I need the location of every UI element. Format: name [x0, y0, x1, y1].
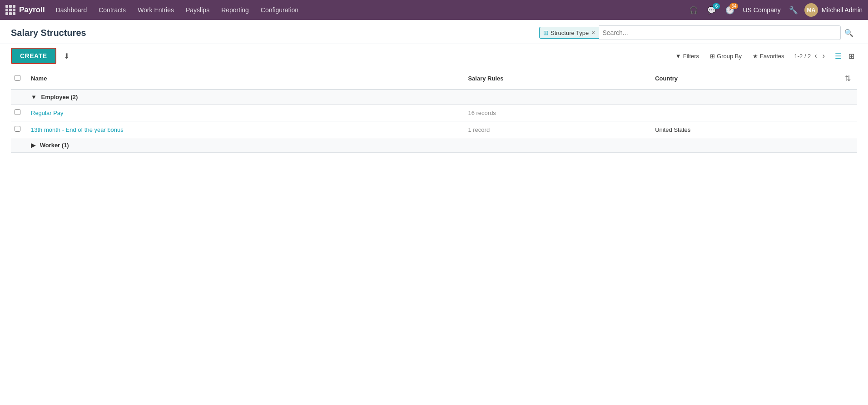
menu-reporting[interactable]: Reporting: [216, 4, 254, 16]
table-row: Regular Pay 16 records: [11, 105, 857, 121]
group-name-employee: Employee (2): [41, 94, 78, 100]
select-all-checkbox[interactable]: [15, 75, 20, 81]
row-checkbox-regular-pay[interactable]: [15, 109, 20, 115]
search-submit-button[interactable]: 🔍: [841, 27, 857, 39]
list-view-button[interactable]: ☰: [832, 50, 844, 62]
row-checkbox-13th-month[interactable]: [15, 126, 20, 132]
toolbar-right: ▼ Filters ⊞ Group By ★ Favorites 1-2 / 2…: [671, 50, 857, 62]
table-row: 13th month - End of the year bonus 1 rec…: [11, 121, 857, 138]
group-name-worker: Worker (1): [40, 142, 69, 149]
pagination-label: 1-2 / 2: [794, 53, 811, 60]
search-input[interactable]: [599, 25, 841, 40]
row-name-13th-month[interactable]: 13th month - End of the year bonus: [31, 126, 124, 133]
column-settings-button[interactable]: ⇅: [842, 72, 853, 85]
favorites-button[interactable]: ★ Favorites: [748, 50, 789, 62]
download-button[interactable]: ⬇: [60, 49, 73, 63]
star-icon: ★: [753, 53, 758, 60]
menu-contracts[interactable]: Contracts: [93, 4, 131, 16]
row-salary-rules-13th-month: 1 record: [468, 126, 490, 133]
filter-icon: ▼: [675, 53, 681, 60]
table-container: Name Salary Rules Country ⇅ ▼ Employee (…: [0, 68, 868, 153]
row-salary-rules-regular-pay: 16 records: [468, 110, 496, 116]
col-header-salary-rules[interactable]: Salary Rules: [464, 68, 651, 90]
salary-structures-table: Name Salary Rules Country ⇅ ▼ Employee (…: [11, 68, 857, 153]
company-name[interactable]: US Company: [741, 6, 782, 14]
menu-configuration[interactable]: Configuration: [255, 4, 304, 16]
next-page-button[interactable]: ›: [821, 51, 827, 61]
search-area: ⊞ Structure Type × 🔍: [539, 25, 857, 40]
menu-work-entries[interactable]: Work Entries: [132, 4, 179, 16]
top-navigation: Payroll Dashboard Contracts Work Entries…: [0, 0, 868, 20]
app-name[interactable]: Payroll: [19, 5, 45, 15]
menu-payslips[interactable]: Payslips: [180, 4, 215, 16]
avatar[interactable]: MA: [804, 3, 818, 17]
group-toggle-worker[interactable]: ▶: [31, 142, 35, 149]
col-header-country[interactable]: Country: [651, 68, 838, 90]
activities-icon[interactable]: 🕐 34: [723, 4, 737, 16]
prev-page-button[interactable]: ‹: [813, 51, 818, 61]
messages-icon[interactable]: 💬 6: [704, 4, 719, 16]
apps-icon[interactable]: [5, 5, 15, 15]
toolbar: CREATE ⬇ ▼ Filters ⊞ Group By ★ Favorite…: [0, 44, 868, 68]
page-title: Salary Structures: [11, 28, 86, 38]
group-row-worker: ▶ Worker (1): [11, 138, 857, 153]
structure-type-icon: ⊞: [543, 29, 549, 36]
pagination: 1-2 / 2 ‹ ›: [794, 51, 827, 61]
settings-icon[interactable]: 🔧: [786, 4, 801, 16]
user-name: Mitchell Admin: [822, 6, 863, 14]
topnav-right: 🎧 💬 6 🕐 34 US Company 🔧 MA Mitchell Admi…: [686, 3, 863, 17]
filter-tag-label: Structure Type: [551, 30, 589, 36]
page-header: Salary Structures ⊞ Structure Type × 🔍: [0, 20, 868, 44]
group-row-employee: ▼ Employee (2): [11, 90, 857, 105]
groupby-icon: ⊞: [710, 53, 715, 60]
row-name-regular-pay[interactable]: Regular Pay: [31, 110, 64, 116]
col-header-name[interactable]: Name: [27, 68, 464, 90]
row-country-regular-pay: [651, 105, 838, 121]
groupby-button[interactable]: ⊞ Group By: [705, 50, 746, 62]
main-content: Salary Structures ⊞ Structure Type × 🔍 C…: [0, 20, 868, 405]
brand-area: Payroll: [5, 5, 45, 15]
row-country-13th-month: United States: [651, 121, 838, 138]
table-header-row: Name Salary Rules Country ⇅: [11, 68, 857, 90]
filters-button[interactable]: ▼ Filters: [671, 50, 704, 62]
support-icon[interactable]: 🎧: [686, 4, 701, 16]
search-filter-tag: ⊞ Structure Type ×: [539, 27, 599, 39]
activities-badge: 34: [729, 3, 738, 9]
create-button[interactable]: CREATE: [11, 48, 56, 64]
remove-filter-tag[interactable]: ×: [591, 29, 595, 36]
messages-badge: 6: [713, 3, 720, 9]
group-toggle-employee[interactable]: ▼: [31, 94, 37, 100]
menu-dashboard[interactable]: Dashboard: [50, 4, 93, 16]
kanban-view-button[interactable]: ⊞: [846, 50, 857, 62]
main-menu: Dashboard Contracts Work Entries Payslip…: [50, 4, 685, 16]
